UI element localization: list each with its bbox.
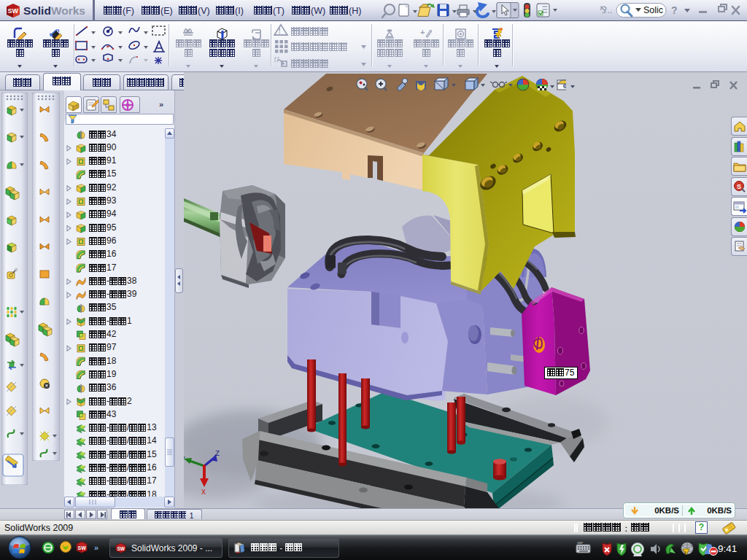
svg-text:+: + — [107, 43, 111, 50]
svg-text:?: ? — [671, 4, 678, 16]
svg-text:SW: SW — [117, 546, 125, 551]
svg-text:!: ! — [685, 551, 686, 555]
svg-text:SW: SW — [78, 545, 87, 551]
svg-text:⅋..: ⅋.. — [600, 4, 612, 15]
svg-text:Y: Y — [184, 456, 185, 464]
svg-text:Solic: Solic — [643, 5, 663, 15]
svg-text:S: S — [737, 183, 741, 190]
svg-text:+: + — [420, 28, 425, 36]
svg-text:5MP: 5MP — [577, 541, 584, 545]
svg-text:X: X — [201, 489, 206, 497]
svg-text:Z: Z — [215, 450, 220, 458]
svg-text:SW: SW — [8, 7, 19, 15]
svg-text:»: » — [94, 543, 98, 552]
svg-text:SolidWorks: SolidWorks — [23, 4, 85, 17]
svg-text:!: ! — [279, 27, 281, 35]
